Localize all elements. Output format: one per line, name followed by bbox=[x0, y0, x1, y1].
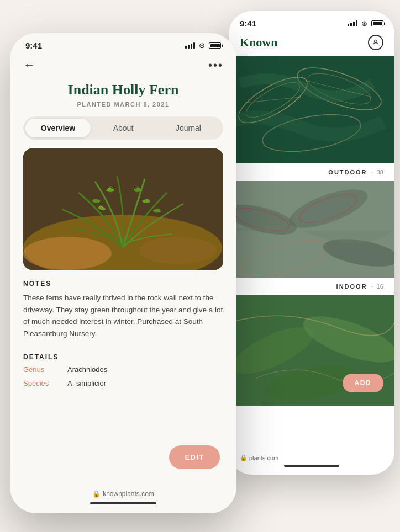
phone2-status-bar: 9:41 ⊛ bbox=[229, 11, 394, 31]
outdoor-card[interactable] bbox=[229, 56, 394, 163]
notes-section: NOTES These ferns have really thrived in… bbox=[10, 280, 236, 346]
outdoor-label-row: OUTDOOR · 38 bbox=[229, 163, 394, 181]
fern-image-svg bbox=[23, 148, 223, 270]
outdoor-count: 38 bbox=[377, 169, 383, 175]
app-logo: Known bbox=[240, 35, 277, 50]
notes-text: These ferns have really thrived in the r… bbox=[23, 292, 223, 339]
user-profile-icon[interactable] bbox=[368, 35, 383, 50]
add-button[interactable]: ADD bbox=[343, 374, 384, 392]
indoor-separator: · bbox=[370, 283, 375, 290]
more-options-button[interactable]: ••• bbox=[208, 59, 223, 72]
svg-point-24 bbox=[139, 237, 217, 264]
species-value: A. simplicior bbox=[67, 379, 106, 387]
phone1-nav-header: ← ••• bbox=[10, 54, 236, 79]
outdoor-label: OUTDOOR bbox=[328, 169, 367, 175]
indoor-label-row: INDOOR · 16 bbox=[229, 278, 394, 295]
signal-bars-icon bbox=[348, 20, 357, 26]
outdoor-separator: · bbox=[370, 169, 375, 175]
tabs-container: Overview About Journal bbox=[23, 116, 223, 140]
phone1-status-icons: ⊛ bbox=[185, 41, 221, 50]
phone2-time: 9:41 bbox=[240, 19, 256, 28]
plant-image bbox=[23, 148, 223, 270]
species-label: Species bbox=[23, 379, 67, 387]
genus-label: Genus bbox=[23, 365, 67, 374]
phone1-wifi-icon: ⊛ bbox=[199, 41, 205, 50]
tab-about[interactable]: About bbox=[91, 119, 156, 137]
phone1-time: 9:41 bbox=[25, 41, 42, 50]
phone1-status-bar: 9:41 ⊛ bbox=[10, 33, 236, 54]
battery-icon bbox=[371, 20, 383, 26]
phone1-battery-icon bbox=[209, 42, 221, 49]
plant-date: PLANTED MARCH 8, 2021 bbox=[21, 101, 225, 108]
genus-value: Arachniodes bbox=[67, 365, 107, 374]
indoor-count: 16 bbox=[377, 283, 383, 290]
phone1-signal-icon bbox=[185, 42, 195, 49]
home-indicator2 bbox=[284, 465, 339, 467]
indoor-card[interactable] bbox=[229, 181, 394, 278]
phone2-footer-url: 🔒 plants.com bbox=[240, 454, 383, 461]
svg-point-23 bbox=[23, 237, 112, 270]
lock-icon: 🔒 bbox=[92, 490, 101, 498]
tab-overview[interactable]: Overview bbox=[25, 119, 91, 137]
notes-label: NOTES bbox=[23, 280, 223, 288]
detail-row-genus: Genus Arachniodes bbox=[23, 365, 223, 374]
detail-row-species: Species A. simplicior bbox=[23, 379, 223, 387]
details-section: DETAILS Genus Arachniodes Species A. sim… bbox=[10, 347, 236, 397]
details-label: DETAILS bbox=[23, 353, 223, 361]
phone1-footer-url: 🔒 knownplants.com bbox=[10, 490, 236, 498]
bottom-card[interactable]: ADD bbox=[229, 295, 394, 406]
phone1-footer: 🔒 knownplants.com bbox=[10, 485, 236, 513]
phone2-url-text: plants.com bbox=[249, 455, 278, 461]
phone2-status-icons: ⊛ bbox=[348, 19, 383, 28]
back-button[interactable]: ← bbox=[23, 58, 35, 72]
svg-point-0 bbox=[375, 40, 377, 42]
phone2: 9:41 ⊛ Known bbox=[229, 11, 394, 475]
plant-name-heading: Indian Holly Fern bbox=[21, 81, 225, 98]
lock-icon2: 🔒 bbox=[240, 454, 248, 461]
phone2-header: Known bbox=[229, 31, 394, 56]
home-indicator bbox=[90, 502, 156, 504]
indoor-pattern-svg bbox=[229, 181, 394, 278]
phone2-footer: 🔒 plants.com bbox=[229, 451, 394, 475]
outdoor-pattern-svg bbox=[229, 56, 394, 163]
plant-title-section: Indian Holly Fern PLANTED MARCH 8, 2021 bbox=[10, 79, 236, 116]
phone1: 9:41 ⊛ ← ••• Indian Holly Fern PLANTED M… bbox=[10, 33, 236, 513]
indoor-label: INDOOR bbox=[336, 283, 367, 290]
edit-button[interactable]: EDIT bbox=[169, 445, 220, 469]
wifi-icon: ⊛ bbox=[361, 19, 367, 28]
tab-journal[interactable]: Journal bbox=[156, 119, 221, 137]
phone1-url-text: knownplants.com bbox=[103, 490, 154, 498]
